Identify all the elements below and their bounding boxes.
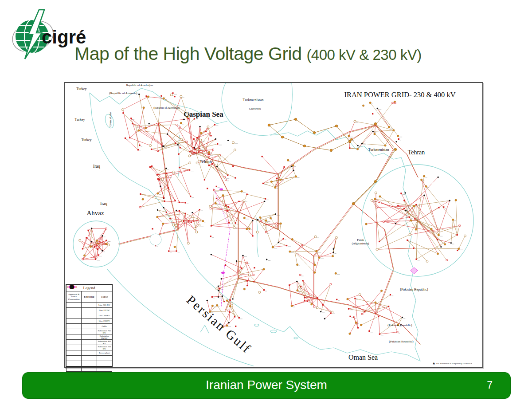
- label-turkey-3: Turkey: [82, 138, 92, 142]
- page-title: Map of the High Voltage Grid (400 kV & 2…: [74, 43, 422, 64]
- legend-symbol-existing-line-icon: [82, 303, 97, 308]
- label-pakistan-2: (Pakistan Republic): [387, 323, 412, 327]
- map-canvas: IRAN POWER GRID- 230 & 400 kV Republic o…: [65, 83, 482, 367]
- slide: cigré Map of the High Voltage Grid (400 …: [0, 0, 532, 405]
- legend-topic: Line HVDC: [97, 308, 112, 313]
- label-iraq-1: Iraq: [93, 164, 100, 169]
- legend-symbol-approved-circle-icon: [66, 334, 82, 340]
- legend-symbol-approved-line-icon: [66, 308, 82, 313]
- label-urumia-lake: Urumia Lake: [109, 112, 112, 126]
- legend-topic: Power plant: [97, 350, 112, 356]
- legend-symbol-existing-square-icon: [82, 345, 97, 350]
- legend-row: Power plant: [66, 350, 112, 356]
- legend-col-topic: Topic: [97, 291, 112, 303]
- legend-symbol-approved-circle-icon: [66, 350, 82, 356]
- label-fatah-2: (Afghanistan): [352, 242, 370, 245]
- page-title-sub: (400 kV & 230 kV): [306, 47, 421, 63]
- footer-banner: Iranian Power System 7: [22, 372, 511, 399]
- map-legend: Legend Approved & Under Construction Exi…: [66, 284, 113, 367]
- label-persian-gulf: Persian Gulf: [184, 292, 254, 356]
- legend-empty-row: [66, 366, 112, 372]
- legend-symbol-approved-circle-icon: [66, 340, 82, 345]
- label-turkey-1: Turkey: [77, 87, 87, 91]
- legend-symbol-existing-circle-icon: [82, 334, 97, 340]
- transmission-corridors: [118, 119, 420, 344]
- legend-topic: Substation 400 KV: [97, 340, 112, 345]
- legend-topic: Line 400KV: [97, 313, 112, 318]
- legend-row: Line HVDC: [66, 308, 112, 313]
- legend-row: Substation HVDC: [66, 334, 112, 340]
- label-azerbaijan-top: Republic of Azerbaijan: [126, 83, 153, 87]
- label-turkmenistan-1: Turkmenistan: [243, 98, 264, 102]
- label-turkmenistan-2: Turkmenistan: [368, 147, 390, 152]
- legend-col-existing: Existing: [82, 291, 97, 303]
- label-iraq-2: Iraq: [100, 201, 107, 206]
- label-gyzyletrek: Gyzyletrek: [249, 107, 261, 110]
- page-number: 7: [487, 379, 493, 391]
- label-pakistan-3: (Pakistan Republic): [389, 340, 414, 343]
- legend-symbol-existing-line-icon: [82, 318, 97, 324]
- label-armenia: (Republic of Armenia): [109, 91, 137, 95]
- star-icon: ★: [432, 362, 435, 366]
- legend-topic: Line 230KV: [97, 318, 112, 324]
- footer-label: Iranian Power System: [23, 378, 510, 392]
- legend-symbol-approved-ellipse-icon: [66, 329, 82, 334]
- legend-topic: Substation 230 KV: [97, 345, 112, 350]
- label-oman-sea: Oman Sea: [348, 354, 378, 361]
- map-title: IRAN POWER GRID- 230 & 400 kV: [344, 90, 455, 99]
- footnote-text: The Substation is temporarily electrifie…: [436, 362, 472, 365]
- tehran-city-marker: [150, 234, 161, 245]
- legend-topic: Cable: [97, 324, 112, 329]
- legend-row: Substation 765 KV: [66, 329, 112, 334]
- legend-empty-row: [66, 361, 112, 366]
- legend-symbol-existing-ellipse-icon: [82, 329, 97, 334]
- legend-symbol-existing-cable-icon: [82, 324, 97, 329]
- legend-symbol-existing-line-icon: [82, 308, 97, 313]
- legend-topic: Substation HVDC: [97, 334, 112, 340]
- legend-row: Line 400KV: [66, 313, 112, 318]
- legend-symbol-existing-circle-icon: [82, 340, 97, 345]
- legend-symbol-existing-line-icon: [82, 313, 97, 318]
- legend-symbol-approved-square-icon: [66, 345, 82, 350]
- legend-row: Cable: [66, 324, 112, 329]
- label-tehran-city: Tehran: [200, 159, 212, 164]
- label-fatah-1: Fatah: [357, 238, 364, 242]
- legend-symbol-approved-line-icon: [66, 313, 82, 318]
- legend-topic: Line 765 KV: [97, 303, 112, 308]
- legend-row: Substation 400 KV: [66, 340, 112, 345]
- legend-symbol-approved-cable-icon: [66, 324, 82, 329]
- map-footnote: ★ The Substation is temporarily electrif…: [432, 362, 472, 366]
- label-azerbaijan-2: (Republic of Azerbaijan): [153, 106, 180, 110]
- legend-row: Substation 230 KV: [66, 345, 112, 350]
- legend-symbol-existing-circle-icon: [82, 350, 97, 356]
- label-tehran-inset: Tehran: [408, 149, 425, 156]
- legend-empty-row: [66, 356, 112, 361]
- legend-symbol-approved-line-icon: [66, 303, 82, 308]
- label-ahvaz: Ahvaz: [86, 209, 104, 216]
- label-turkey-2: Turkey: [75, 118, 85, 122]
- legend-row: Line 765 KV: [66, 303, 112, 308]
- legend-symbol-approved-line-icon: [66, 318, 82, 324]
- legend-row: Line 230KV: [66, 318, 112, 324]
- label-pakistan-1: (Pakistan Republic): [400, 287, 428, 291]
- iran-grid-map: IRAN POWER GRID- 230 & 400 kV Republic o…: [64, 82, 483, 368]
- legend-col-approved: Approved & Under Construction: [66, 291, 82, 303]
- label-caspian-sea: Caspian Sea: [184, 110, 223, 118]
- page-title-main: Map of the High Voltage Grid: [74, 43, 306, 64]
- legend-topic: Substation 765 KV: [97, 329, 112, 334]
